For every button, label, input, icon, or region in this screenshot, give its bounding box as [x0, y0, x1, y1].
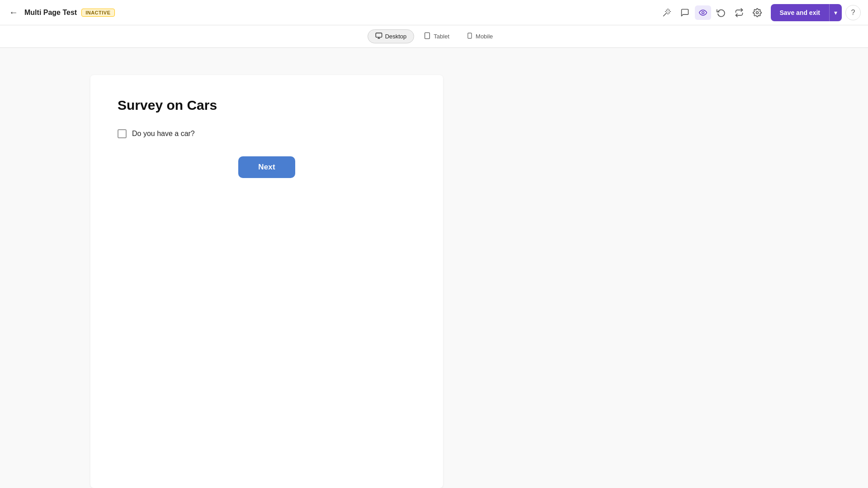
save-exit-button[interactable]: Save and exit: [771, 4, 830, 21]
svg-rect-5: [425, 33, 430, 38]
svg-rect-2: [376, 33, 382, 37]
mobile-icon: [467, 32, 473, 41]
main-content: Survey on Cars Do you have a car? Next: [0, 48, 868, 488]
svg-point-1: [756, 11, 758, 14]
svg-rect-7: [468, 33, 472, 38]
device-button-mobile[interactable]: Mobile: [459, 29, 500, 43]
header-right: Save and exit ▾ ?: [771, 4, 861, 21]
history-icon-button[interactable]: [713, 5, 729, 20]
next-button[interactable]: Next: [238, 156, 295, 178]
eye-icon-button[interactable]: [695, 5, 711, 20]
device-button-tablet[interactable]: Tablet: [416, 29, 457, 43]
tablet-icon: [424, 32, 431, 41]
settings-icon-button[interactable]: [749, 5, 765, 20]
eye-icon: [698, 8, 708, 17]
back-icon: ←: [9, 7, 18, 18]
magic-icon-button[interactable]: [659, 5, 675, 20]
save-exit-group: Save and exit ▾: [771, 4, 842, 21]
device-label-desktop: Desktop: [385, 33, 407, 40]
history-icon: [717, 8, 726, 17]
next-button-row: Next: [118, 156, 416, 178]
flow-icon: [735, 8, 744, 17]
help-button[interactable]: ?: [845, 5, 861, 20]
header: ← Multi Page Test INACTIVE Save and exit…: [0, 0, 868, 25]
comment-icon: [680, 8, 689, 17]
settings-icon: [753, 8, 762, 17]
back-button[interactable]: ←: [7, 5, 20, 19]
survey-container: Survey on Cars Do you have a car? Next: [90, 75, 443, 488]
comment-icon-button[interactable]: [677, 5, 693, 20]
question-checkbox[interactable]: [118, 129, 127, 138]
device-button-desktop[interactable]: Desktop: [368, 29, 415, 43]
device-bar: Desktop Tablet Mobile: [0, 25, 868, 48]
question-row: Do you have a car?: [118, 129, 416, 138]
device-label-tablet: Tablet: [434, 33, 449, 40]
header-center-icons: [659, 5, 765, 20]
save-exit-dropdown-button[interactable]: ▾: [829, 4, 842, 21]
magic-icon: [662, 8, 671, 17]
device-label-mobile: Mobile: [476, 33, 493, 40]
flow-icon-button[interactable]: [731, 5, 747, 20]
status-badge: INACTIVE: [81, 9, 114, 17]
svg-point-0: [702, 11, 704, 14]
question-label: Do you have a car?: [132, 130, 195, 138]
desktop-icon: [375, 32, 382, 41]
survey-title: Survey on Cars: [118, 98, 416, 113]
chevron-down-icon: ▾: [834, 9, 837, 16]
header-left: ← Multi Page Test INACTIVE: [7, 5, 653, 19]
page-title: Multi Page Test: [24, 9, 77, 17]
